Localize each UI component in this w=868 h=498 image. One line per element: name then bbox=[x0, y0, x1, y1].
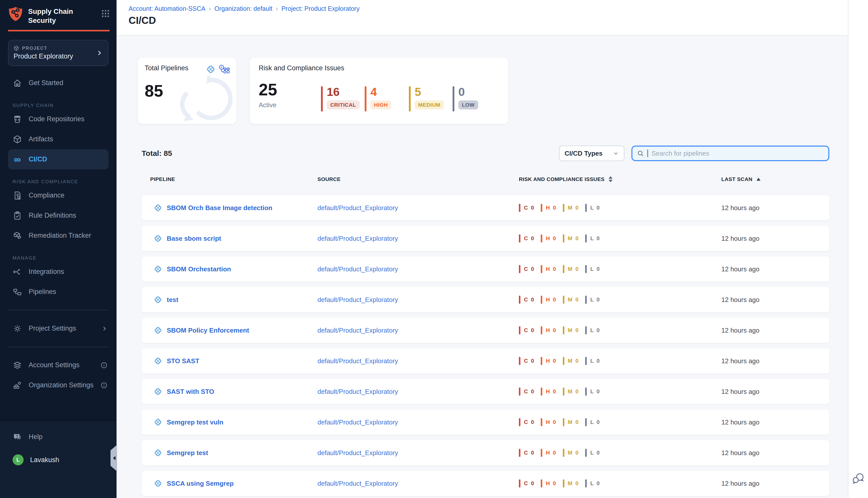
chevron-down-icon bbox=[613, 150, 619, 156]
critical-count: C 0 bbox=[524, 480, 535, 487]
sidebar-item-account-settings[interactable]: Account Settings bbox=[0, 355, 117, 375]
info-icon[interactable] bbox=[101, 382, 107, 389]
severity-bar bbox=[365, 86, 366, 112]
critical-bar bbox=[519, 326, 520, 335]
pipeline-diamond-icon bbox=[154, 296, 162, 304]
medium-count: M 0 bbox=[568, 388, 580, 395]
sidebar-item-artifacts[interactable]: Artifacts bbox=[0, 129, 117, 149]
low-count: L 0 bbox=[590, 358, 600, 364]
risk-counts: C 0 H 0 M 0 L 0 bbox=[519, 388, 721, 396]
pipeline-name-link[interactable]: SBOM Orchestartion bbox=[167, 265, 231, 273]
low-bar bbox=[585, 326, 587, 335]
low-count: L 0 bbox=[590, 480, 600, 487]
critical-count: C 0 bbox=[524, 235, 535, 242]
table-row[interactable]: SAST with STO default/Product_Explorator… bbox=[142, 379, 829, 404]
pipeline-name-link[interactable]: Semgrep test vuln bbox=[167, 418, 223, 426]
sidebar-item-compliance[interactable]: Compliance bbox=[0, 185, 117, 206]
cicd-types-dropdown[interactable]: CI/CD Types bbox=[559, 146, 624, 161]
medium-count: M 0 bbox=[568, 327, 580, 333]
pipeline-name-link[interactable]: STO SAST bbox=[167, 357, 199, 365]
gear-icon bbox=[13, 324, 22, 333]
column-header-last-scan[interactable]: LAST SCAN bbox=[721, 176, 829, 182]
sidebar-item-code-repositories[interactable]: Code Repositories bbox=[0, 109, 117, 129]
pipeline-name-link[interactable]: SBOM Orch Base Image detection bbox=[167, 204, 272, 212]
pipeline-name-link[interactable]: SSCA using Semgrep bbox=[167, 480, 234, 487]
low-count: L 0 bbox=[590, 449, 600, 456]
pipeline-name-link[interactable]: test bbox=[167, 296, 178, 304]
dropdown-value: CI/CD Types bbox=[565, 149, 603, 157]
sort-asc-icon bbox=[756, 178, 761, 181]
sidebar-item-rule-definitions[interactable]: Rule Definitions bbox=[0, 206, 117, 226]
sidebar-item-label: CI/CD bbox=[29, 155, 47, 163]
sidebar-item-get-started[interactable]: Get Started bbox=[0, 73, 117, 93]
table-row[interactable]: STO SAST default/Product_Exploratory C 0… bbox=[142, 349, 829, 374]
high-bar bbox=[541, 357, 542, 365]
table-row[interactable]: SBOM Policy Enforcement default/Product_… bbox=[142, 318, 829, 343]
critical-bar bbox=[519, 388, 520, 396]
low-bar bbox=[585, 449, 587, 457]
table-row[interactable]: Semgrep test vuln default/Product_Explor… bbox=[142, 410, 829, 435]
high-bar bbox=[541, 449, 542, 457]
pipeline-source: default/Product_Exploratory bbox=[318, 480, 398, 487]
critical-bar bbox=[519, 357, 520, 365]
risk-counts: C 0 H 0 M 0 L 0 bbox=[519, 357, 721, 365]
user-menu[interactable]: L Lavakush bbox=[0, 450, 117, 470]
risk-counts: C 0 H 0 M 0 L 0 bbox=[519, 204, 721, 212]
critical-count: C 0 bbox=[524, 449, 535, 456]
table-row[interactable]: SSCA using Semgrep default/Product_Explo… bbox=[142, 471, 829, 496]
pipeline-name-link[interactable]: Base sbom script bbox=[167, 235, 221, 243]
total-count-label: Total: 85 bbox=[142, 149, 172, 158]
table-row[interactable]: Semgrep test default/Product_Exploratory… bbox=[142, 440, 829, 466]
sidebar-item-project-settings[interactable]: Project Settings bbox=[0, 318, 117, 339]
sidebar-item-integrations[interactable]: Integrations bbox=[0, 262, 117, 282]
pipeline-name-link[interactable]: SAST with STO bbox=[167, 388, 214, 396]
support-chat-icon[interactable] bbox=[852, 472, 865, 485]
sidebar-item-remediation-tracker[interactable]: Remediation Tracker bbox=[0, 226, 117, 246]
table-row[interactable]: Base sbom script default/Product_Explora… bbox=[142, 226, 829, 251]
table-row[interactable]: SBOM Orch Base Image detection default/P… bbox=[142, 195, 829, 220]
low-bar bbox=[585, 480, 587, 487]
project-selector[interactable]: PROJECT Product Exploratory bbox=[8, 40, 108, 66]
pipeline-name-link[interactable]: Semgrep test bbox=[167, 449, 208, 457]
low-bar bbox=[585, 204, 587, 212]
breadcrumb-account[interactable]: Account: Automation-SSCA bbox=[129, 5, 205, 12]
low-bar bbox=[585, 234, 587, 243]
harness-diamond-icon bbox=[206, 65, 216, 74]
breadcrumb-organization[interactable]: Organization: default bbox=[215, 5, 272, 12]
sidebar-item-help[interactable]: ? Help bbox=[0, 427, 117, 447]
breadcrumb-project[interactable]: Project: Product Exploratory bbox=[281, 5, 359, 12]
severity-bar bbox=[409, 86, 411, 112]
sidebar-item-cicd[interactable]: ∞ CI/CD bbox=[8, 149, 108, 169]
module-grid-icon[interactable] bbox=[102, 10, 109, 17]
column-header-source: SOURCE bbox=[318, 176, 519, 182]
table-row[interactable]: test default/Product_Exploratory C 0 H 0… bbox=[142, 287, 829, 312]
last-scan: 12 hours ago bbox=[721, 449, 760, 457]
pipeline-name-link[interactable]: SBOM Policy Enforcement bbox=[167, 327, 249, 335]
column-header-pipeline: PIPELINE bbox=[142, 176, 318, 182]
high-bar bbox=[541, 296, 542, 304]
medium-bar bbox=[563, 326, 564, 335]
severity-count: 0 bbox=[458, 86, 478, 97]
info-icon[interactable] bbox=[101, 362, 107, 369]
pipeline-source: default/Product_Exploratory bbox=[318, 296, 398, 303]
sidebar-item-label: Rule Definitions bbox=[29, 212, 76, 219]
sort-both-icon bbox=[609, 176, 612, 182]
layers-icon bbox=[13, 361, 22, 370]
pipeline-diamond-icon bbox=[154, 204, 162, 212]
project-name: Product Exploratory bbox=[14, 52, 96, 60]
sidebar-divider bbox=[8, 310, 108, 311]
pipeline-diamond-icon bbox=[154, 357, 162, 365]
column-header-risk[interactable]: RISK AND COMPLIANCE ISSUES bbox=[519, 176, 721, 182]
low-bar bbox=[585, 388, 587, 396]
search-input[interactable] bbox=[651, 149, 824, 157]
clipboard-check-icon bbox=[13, 211, 22, 220]
table-row[interactable]: SBOM Orchestartion default/Product_Explo… bbox=[142, 257, 829, 281]
low-bar bbox=[585, 418, 587, 426]
right-rail bbox=[848, 0, 868, 498]
share-icon bbox=[13, 267, 22, 276]
low-count: L 0 bbox=[590, 419, 600, 425]
sidebar-item-organization-settings[interactable]: Organization Settings bbox=[0, 375, 117, 395]
sidebar-item-pipelines[interactable]: Pipelines bbox=[0, 282, 117, 302]
high-count: H 0 bbox=[546, 419, 557, 425]
nav-section-supply-chain: SUPPLY CHAIN bbox=[13, 103, 117, 108]
